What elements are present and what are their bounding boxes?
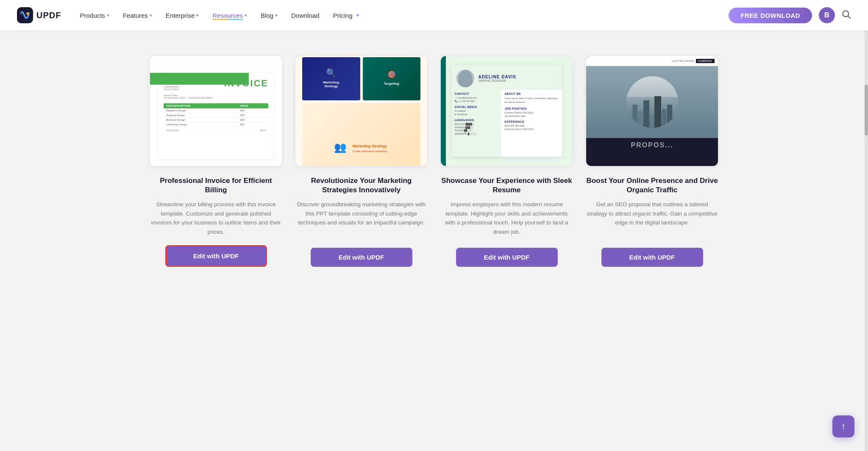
invoice-preview: ⛰ TIMMERMANINDUSTRIES INVOICE Invoice Da…: [150, 73, 282, 166]
experience-section-title: EXPERIENCE: [504, 120, 559, 123]
invoice-row-3: Brochure Design$20: [164, 118, 268, 122]
nav-logo-text: UPDF: [36, 11, 61, 20]
resume-paper: ADELINE DAVIS GRAPHIC DESIGNER CONTACT 📧…: [451, 65, 562, 157]
contact-section-title: CONTACT: [455, 92, 498, 95]
card-resume: ADELINE DAVIS GRAPHIC DESIGNER CONTACT 📧…: [441, 56, 573, 267]
card-ppt-image: MARKETINGSTRATEGIES PPT 🔍 MarketingStrat…: [295, 56, 427, 166]
pricing-plus-icon: ✦: [355, 12, 360, 19]
ppt-slide-1: 🔍 MarketingStrategy: [302, 57, 360, 100]
nav-item-features[interactable]: Features ▾: [116, 0, 159, 30]
nav-item-enterprise[interactable]: Enterprise ▾: [159, 0, 206, 30]
updf-logo-icon: [17, 7, 33, 23]
scroll-to-top-button[interactable]: ↑: [832, 415, 854, 437]
ppt-slide-3-label: Marketing Strategy: [351, 142, 389, 150]
card-invoice-image: ⛰ TIMMERMANINDUSTRIES INVOICE Invoice Da…: [150, 56, 282, 166]
nav-download-label: Download: [291, 12, 320, 19]
card-proposal-image: LECTRATHINK COMPANY: [586, 56, 718, 166]
edit-proposal-button[interactable]: Edit with UPDF: [601, 248, 703, 267]
invoice-top-bar: [150, 73, 249, 85]
chevron-down-icon: ▾: [150, 13, 152, 18]
resume-photo: [456, 69, 474, 87]
search-icon[interactable]: [842, 10, 851, 21]
nav-item-blog[interactable]: Blog ▾: [254, 0, 284, 30]
card-proposal: LECTRATHINK COMPANY: [586, 56, 718, 267]
resume-teal-bar: [441, 56, 446, 166]
proposal-top-bar: LECTRATHINK COMPANY: [586, 56, 718, 66]
scrollbar-thumb[interactable]: [865, 85, 868, 136]
navbar: UPDF Products ▾ Features ▾ Enterprise ▾ …: [0, 0, 868, 30]
nav-pricing-label: Pricing: [333, 12, 353, 19]
card-resume-desc: Impress employers with this modern resum…: [441, 200, 573, 239]
resume-preview: ADELINE DAVIS GRAPHIC DESIGNER CONTACT 📧…: [441, 56, 573, 166]
card-invoice: ⛰ TIMMERMANINDUSTRIES INVOICE Invoice Da…: [150, 56, 282, 267]
nav-links: Products ▾ Features ▾ Enterprise ▾ Resou…: [73, 0, 729, 30]
card-ppt-desc: Discover groundbreaking marketing strate…: [295, 200, 427, 239]
resume-role: GRAPHIC DESIGNER: [479, 79, 557, 82]
svg-point-1: [26, 12, 29, 15]
nav-logo[interactable]: UPDF: [17, 7, 61, 23]
edit-ppt-button[interactable]: Edit with UPDF: [311, 248, 412, 267]
scrollbar[interactable]: [865, 0, 868, 451]
chevron-down-icon: ▾: [196, 13, 199, 18]
ppt-slide-3-sub: Create multichannel marketing: [351, 150, 389, 152]
proposal-watermark-text: PROPOS...: [631, 141, 673, 149]
invoice-row-4: Letterhead Design$20: [164, 122, 268, 127]
card-ppt-title: Revolutionize Your Marketing Strategies …: [295, 176, 427, 195]
job-position-title: JOB POSITION: [504, 107, 559, 110]
card-invoice-desc: Streamline your billing process with thi…: [150, 200, 282, 236]
edit-invoice-button[interactable]: Edit with UPDF: [165, 245, 267, 267]
cards-grid: ⛰ TIMMERMANINDUSTRIES INVOICE Invoice Da…: [150, 56, 718, 267]
chevron-up-icon: ↑: [841, 421, 846, 432]
main-content: ⛰ TIMMERMANINDUSTRIES INVOICE Invoice Da…: [116, 30, 752, 301]
ppt-slide-2-label: Targeting: [382, 80, 401, 87]
proposal-circle-image: [625, 75, 680, 130]
resume-body: CONTACT 📧 email@email.com 📞 +1 234 567 8…: [451, 90, 562, 157]
ppt-preview: MARKETINGSTRATEGIES PPT 🔍 MarketingStrat…: [295, 56, 427, 166]
card-ppt: MARKETINGSTRATEGIES PPT 🔍 MarketingStrat…: [295, 56, 427, 267]
nav-item-resources[interactable]: Resources ▾: [206, 0, 254, 30]
chevron-down-icon: ▾: [245, 13, 247, 18]
nav-item-pricing[interactable]: Pricing ✦: [326, 0, 367, 30]
proposal-bottom-area: PROPOS...: [586, 138, 718, 152]
proposal-image-area: [586, 66, 718, 138]
about-section-title: ABOUT ME: [504, 92, 559, 95]
ppt-slide-1-label: MarketingStrategy: [321, 79, 341, 90]
invoice-row-1: Magazine Design$30: [164, 108, 268, 113]
nav-item-download[interactable]: Download: [284, 0, 326, 30]
nav-products-label: Products: [80, 12, 105, 19]
social-section-title: SOCIAL MEDIA: [455, 105, 498, 108]
resume-name: ADELINE DAVIS: [479, 75, 557, 79]
chevron-down-icon: ▾: [275, 13, 278, 18]
resources-underline-decoration: [212, 19, 243, 20]
invoice-row-2: Proposal Design$70: [164, 113, 268, 118]
nav-blog-label: Blog: [261, 12, 273, 19]
ppt-slide-grid: 🔍 MarketingStrategy 🎯 Targeting 👥: [302, 57, 420, 166]
user-avatar[interactable]: B: [819, 7, 835, 23]
ppt-slide-3: 👥 Marketing Strategy Create multichannel…: [302, 103, 420, 166]
resume-photo-silhouette: [459, 70, 472, 87]
svg-line-3: [848, 16, 851, 18]
proposal-company-tag: COMPANY: [696, 59, 715, 63]
card-resume-image: ADELINE DAVIS GRAPHIC DESIGNER CONTACT 📧…: [441, 56, 573, 166]
card-resume-title: Showcase Your Experience with Sleek Resu…: [441, 176, 573, 195]
chevron-down-icon: ▾: [107, 13, 109, 18]
invoice-table-header: ITEM DESCRIPTIONPRICE: [164, 103, 268, 108]
invoice-subtotal: SUBTOTAL:$170: [164, 128, 268, 133]
edit-resume-button[interactable]: Edit with UPDF: [456, 248, 558, 267]
proposal-preview: LECTRATHINK COMPANY: [586, 56, 718, 166]
nav-item-products[interactable]: Products ▾: [73, 0, 116, 30]
languages-section-title: LANGUAGES: [455, 119, 498, 122]
resume-header: ADELINE DAVIS GRAPHIC DESIGNER: [451, 65, 562, 90]
card-proposal-desc: Get an SEO proposal that outlines a tail…: [586, 200, 718, 239]
card-proposal-title: Boost Your Online Presence and Drive Org…: [586, 176, 718, 195]
resume-right-column: ABOUT ME Lorem ipsum dolor sit amet, con…: [501, 90, 562, 157]
free-download-button[interactable]: FREE DOWNLOAD: [729, 8, 812, 23]
invoice-meta: Invoice Date15 December 2023 MORGAN MAXW…: [164, 94, 268, 99]
nav-enterprise-label: Enterprise: [166, 12, 195, 19]
invoice-company-name: TIMMERMANINDUSTRIES: [164, 86, 179, 91]
nav-right: FREE DOWNLOAD B: [729, 7, 851, 23]
nav-features-label: Features: [123, 12, 148, 19]
card-invoice-title: Professional Invoice for Efficient Billi…: [150, 176, 282, 195]
invoice-inner: ⛰ TIMMERMANINDUSTRIES INVOICE Invoice Da…: [159, 73, 273, 159]
resume-left-column: CONTACT 📧 email@email.com 📞 +1 234 567 8…: [451, 90, 501, 157]
